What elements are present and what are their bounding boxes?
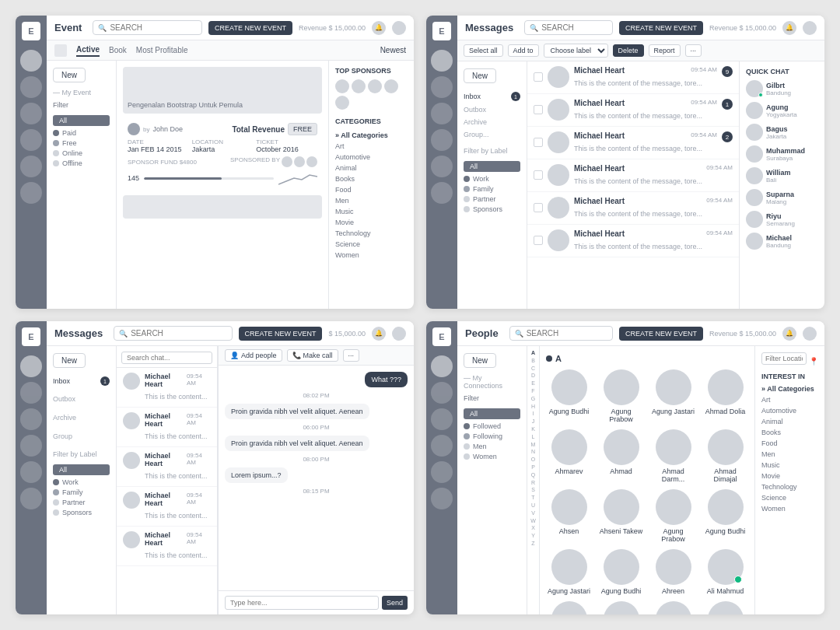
bot-filter-work[interactable]: Work [53,478,110,486]
alpha-z[interactable]: Z [531,540,534,548]
int-men[interactable]: Men [761,449,818,460]
bot-msg-item-5[interactable]: Michael Heart 09:54 AM This is the conte… [117,527,217,566]
person-18[interactable]: Ali Ayah [598,601,644,614]
msg-user-avatar[interactable] [803,21,817,35]
msg-bot-search-input[interactable] [131,329,226,338]
qc-item-8[interactable]: Michael Bandung [746,233,818,250]
alpha-x[interactable]: X [531,524,535,532]
people-user-avatar[interactable] [803,327,817,341]
msg-sb-dot-4[interactable] [431,129,453,151]
add-to-btn[interactable]: Add to [508,44,539,57]
alpha-w[interactable]: W [530,517,536,525]
people-dot-1[interactable] [431,355,453,377]
person-10[interactable]: Ahseni Takew [598,489,644,543]
alpha-e[interactable]: E [531,380,535,387]
cat-books[interactable]: Books [335,173,408,184]
event-search-input[interactable] [110,23,197,32]
inbox-item[interactable]: Inbox 1 [464,89,520,103]
msg-sb-dot-2[interactable] [431,76,453,98]
qc-item-6[interactable]: Suparna Malang [746,189,818,206]
bell-icon[interactable]: 🔔 [372,21,386,35]
delete-btn[interactable]: Delete [613,44,644,57]
person-16[interactable]: Ali Mahmud [702,549,748,595]
msg-item-3[interactable]: Michael Heart 09:54 AM This is the conte… [527,127,739,159]
person-20[interactable]: Agung Budhi [702,601,748,614]
people-dot-2[interactable] [431,382,453,404]
people-bell-icon[interactable]: 🔔 [782,327,796,341]
cat-art[interactable]: Art [335,141,408,152]
people-search-input[interactable] [527,329,607,338]
msg-bot-dot-2[interactable] [20,382,42,404]
msg-bell-icon[interactable]: 🔔 [782,21,796,35]
alpha-s[interactable]: S [531,486,535,494]
cat-tech[interactable]: Technology [335,228,408,239]
msg-item-6[interactable]: Michael Heart 09:54 AM This is the conte… [527,225,739,257]
alpha-j[interactable]: J [532,418,535,425]
bot-msg-item-3[interactable]: Michael Heart 09:54 AM This is the conte… [117,447,217,487]
qc-item-4[interactable]: Muhammad Surabaya [746,145,818,163]
msg-bot-user-avatar[interactable] [392,327,406,341]
select-all-btn[interactable]: Select all [464,44,503,57]
int-movie[interactable]: Movie [761,471,818,481]
people-filter-followed[interactable]: Followed [464,422,520,430]
alpha-p[interactable]: P [531,464,535,471]
bot-filter-partner[interactable]: Partner [53,499,110,506]
person-1[interactable]: Agung Budhi [546,369,592,423]
msg-filter-work[interactable]: Work [464,175,520,183]
cat-men[interactable]: Men [335,195,408,206]
msg-checkbox-2[interactable] [534,105,543,114]
person-14[interactable]: Agung Budhi [598,549,644,595]
person-2[interactable]: Agung Prabow [598,369,644,423]
msg-bot-dot-1[interactable] [20,355,42,377]
bot-msg-item-1[interactable]: Michael Heart 09:54 AM This is the conte… [117,368,217,408]
people-create-btn[interactable]: CREATE NEW EVENT [619,327,703,341]
bot-archive-item[interactable]: Archive [53,407,110,425]
qc-item-5[interactable]: William Bali [746,167,818,184]
tab-newest[interactable]: Newest [380,46,406,54]
msg-bot-new-btn[interactable]: New [53,353,86,368]
people-dot-4[interactable] [431,435,453,457]
cat-music[interactable]: Music [335,206,408,217]
msg-top-search[interactable]: 🔍 [524,20,613,35]
filter-location-input[interactable] [761,352,807,365]
chat-send-btn[interactable]: Send [382,596,408,610]
event-create-btn[interactable]: CREATE NEW EVENT [208,21,292,35]
alpha-n[interactable]: N [531,448,535,456]
alpha-c[interactable]: C [531,365,535,373]
msg-top-create-btn[interactable]: CREATE NEW EVENT [619,21,703,35]
filter-offline[interactable]: Offline [53,159,110,167]
person-7[interactable]: Ahmad Darm... [650,429,696,483]
int-tech[interactable]: Technology [761,481,818,492]
msg-item-4[interactable]: Michael Heart 09:54 AM This is the conte… [527,159,739,192]
alpha-f[interactable]: F [531,387,534,395]
bot-chat-search-input[interactable] [121,352,212,364]
msg-bot-dot-6[interactable] [20,488,42,509]
msg-bot-dot-4[interactable] [20,435,42,457]
qc-item-7[interactable]: Riyu Semarang [746,211,818,228]
tab-profitable[interactable]: Most Profitable [136,44,188,56]
msg-checkbox-5[interactable] [534,203,543,212]
bot-filter-family[interactable]: Family [53,488,110,496]
cat-auto[interactable]: Automotive [335,152,408,163]
bot-chat-search-bar[interactable] [117,346,217,368]
person-4[interactable]: Ahmad Dolia [702,369,748,423]
filter-all-btn[interactable]: All [53,115,110,126]
msg-bot-bell-icon[interactable]: 🔔 [372,327,386,341]
person-15[interactable]: Ahreen [650,549,696,595]
people-filter-following[interactable]: Following [464,432,520,440]
msg-checkbox-6[interactable] [534,236,543,245]
person-3[interactable]: Agung Jastari [650,369,696,423]
msg-top-search-input[interactable] [541,23,607,32]
people-dot-6[interactable] [431,488,453,509]
sidebar-dot-3[interactable] [20,103,42,124]
msg-sb-dot-1[interactable] [431,50,453,72]
outbox-item[interactable]: Outbox [464,103,520,116]
msg-checkbox-4[interactable] [534,170,543,180]
more-btn[interactable]: ··· [685,44,702,57]
bot-msg-item-4[interactable]: Michael Heart 09:54 AM This is the conte… [117,487,217,527]
people-dot-3[interactable] [431,408,453,430]
cat-animal[interactable]: Animal [335,163,408,173]
qc-item-3[interactable]: Bagus Jakarta [746,124,818,141]
cat-science[interactable]: Science [335,239,408,250]
msg-sb-dot-6[interactable] [431,182,453,204]
